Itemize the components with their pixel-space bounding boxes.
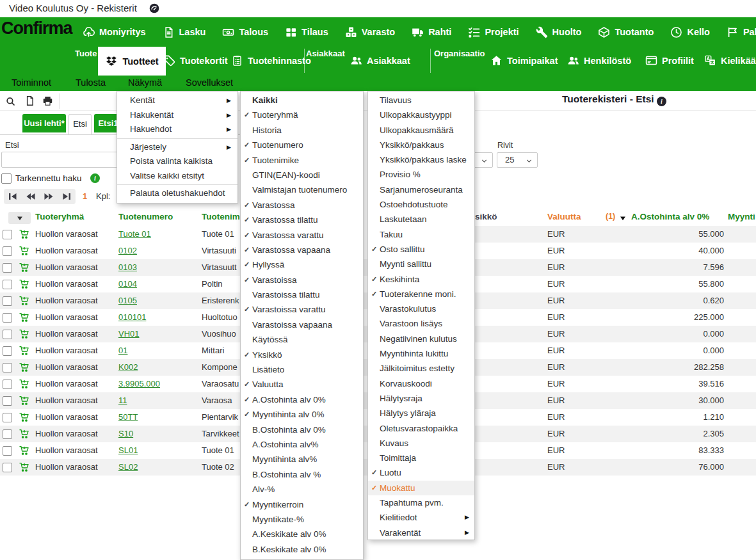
sort-caret-icon[interactable] [620,216,626,221]
nav-varasto[interactable]: Varasto [337,26,403,38]
cart-plus-icon[interactable] [19,346,29,356]
row-checkbox[interactable] [3,230,12,239]
menu-item-palauta-oletushakuehdot[interactable]: Palauta oletushakuehdot [117,186,237,201]
menu-item-kent-t[interactable]: Kentät▶ [117,93,237,108]
row-checkbox[interactable] [3,446,12,456]
cart-plus-icon[interactable] [19,296,29,306]
field-item-yksikk[interactable]: ✓Yksikkö [241,348,363,362]
field-item-myynti-sallittu[interactable]: Myynti sallittu [368,257,474,271]
field-item-a-keskikate-alv-0[interactable]: A.Keskikate alv 0% [241,527,363,541]
product-number-link[interactable]: 0102 [118,243,137,259]
field-item-keskihinta[interactable]: ✓Keskihinta [368,272,474,287]
nav-tuotekortit[interactable]: Tuotekortit [163,54,228,67]
field-item-a-ostohinta-alv-0[interactable]: ✓A.Ostohinta alv 0% [241,392,363,407]
field-item-varastossa-varattu[interactable]: ✓Varastossa varattu [241,228,363,243]
field-item-sarjanumeroseuranta[interactable]: Sarjanumeroseuranta [368,182,474,197]
col-header-valuutta[interactable]: Valuutta [547,212,581,221]
nav-henkil-st[interactable]: Henkilöstö [567,54,631,67]
field-item-myyntihinta-alv-0[interactable]: ✓Myyntihinta alv 0% [241,407,363,422]
field-item-h-lytysraja[interactable]: Hälytysraja [368,391,474,406]
nav-tuotteet-active[interactable]: Tuotteet [98,47,166,76]
field-item-varastossa-tilattu[interactable]: ✓Varastossa tilattu [241,212,363,227]
field-item-yksikk-pakkaus[interactable]: Yksikkö/pakkaus [368,138,474,152]
field-item-b-keskikate-alv-0[interactable]: B.Keskikate alv 0% [241,542,363,557]
menu-item-j-rjestely[interactable]: Järjestely▶ [117,140,237,155]
field-item-laskutetaan[interactable]: Laskutetaan [368,212,474,227]
field-item-myyntikerroin[interactable]: ✓Myyntikerroin [241,497,363,512]
field-item-lis-tieto[interactable]: Lisätieto [241,362,363,377]
field-item-hyllyss[interactable]: ✓Hyllyssä [241,257,363,272]
field-item-tuoterakenne-moni[interactable]: ✓Tuoterakenne moni. [368,287,474,301]
search-icon[interactable] [5,96,16,107]
col-header-yksikko[interactable]: sikkö [475,212,497,221]
field-item-korvauskoodi[interactable]: Korvauskoodi [368,376,474,391]
field-item-kuvaus[interactable]: Kuvaus [368,436,474,451]
field-item-varastokulutus[interactable]: Varastokulutus [368,301,474,316]
field-item-tuotenimike[interactable]: ✓Tuotenimike [241,153,363,168]
cart-plus-icon[interactable] [19,412,29,422]
product-number-link[interactable]: 0103 [118,259,137,276]
field-item-takuu[interactable]: Takuu [368,227,474,242]
cart-plus-icon[interactable] [19,445,29,456]
product-number-link[interactable]: 0104 [118,276,137,292]
rows-per-page-select[interactable]: 25 [497,152,538,168]
field-item-ulkopakkausm-r[interactable]: Ulkopakkausmäärä [368,123,474,138]
row-checkbox[interactable] [3,296,12,306]
field-item-ostoehdotustuote[interactable]: Ostoehdotustuote [368,197,474,212]
row-checkbox[interactable] [3,313,12,323]
nav-rahti[interactable]: Rahti [403,26,460,38]
field-item-varastoissa-tilattu[interactable]: Varastoissa tilattu [241,287,363,302]
field-item-b-ostohinta-alv-0[interactable]: B.Ostohinta alv 0% [241,422,363,437]
nav-profiilit[interactable]: Profiilit [645,54,694,67]
field-item-h-lytys-yl-raja[interactable]: Hälytys yläraja [368,406,474,420]
cart-plus-icon[interactable] [19,279,29,289]
field-item-tuoteryhm[interactable]: ✓Tuoteryhmä [241,108,363,122]
cart-plus-icon[interactable] [19,362,29,372]
field-item-historia[interactable]: Historia [241,123,363,138]
field-item-myyntikate[interactable]: Myyntikate-% [241,512,363,527]
product-number-link[interactable]: SL01 [118,442,138,459]
nav-tuotehinnasto[interactable]: Tuotehinnasto [231,54,311,67]
nav-huolto[interactable]: Huolto [527,26,590,38]
info-icon[interactable]: i [657,97,666,106]
field-item-gtin-ean-koodi[interactable]: GTIN(EAN)-koodi [241,168,363,182]
cart-plus-icon[interactable] [19,396,29,406]
field-item-myyntihinta-lukittu[interactable]: Myyntihinta lukittu [368,346,474,361]
tab-uusi-lehti[interactable]: Uusi lehti* [22,114,66,132]
search-input[interactable] [1,152,127,168]
menu-item-poista-valinta-kaikista[interactable]: Poista valinta kaikista [117,154,237,169]
row-checkbox[interactable] [3,413,12,422]
row-checkbox[interactable] [3,263,12,273]
nav-tuotanto[interactable]: Tuotanto [590,26,662,38]
col-header-tuoteryhma[interactable]: Tuoteryhmä [35,212,84,221]
cart-plus-icon[interactable] [19,462,29,472]
product-number-link[interactable]: 3.9905.000 [118,376,160,392]
row-checkbox[interactable] [3,463,12,472]
col-header-tuotenimike[interactable]: Tuotenim [202,212,240,221]
product-number-link[interactable]: 01 [118,342,127,359]
field-item-varastoissa[interactable]: ✓Varastoissa [241,273,363,287]
field-item-k-yt-ss[interactable]: Käytössä [241,332,363,347]
field-item-varastossa[interactable]: ✓Varastossa [241,198,363,212]
row-checkbox[interactable] [3,396,12,406]
product-number-link[interactable]: 010101 [118,309,146,326]
field-item-tuotenumero[interactable]: ✓Tuotenumero [241,138,363,152]
field-item-kaikki[interactable]: Kaikki [241,93,363,108]
field-item-osto-sallittu[interactable]: ✓Osto sallittu [368,242,474,257]
product-number-link[interactable]: K002 [118,359,138,376]
menubar-n-kym[interactable]: Näkymä [128,77,162,88]
menubar-sovellukset[interactable]: Sovellukset [186,77,233,88]
menu-item-hakuehdot[interactable]: Hakuehdot▶ [117,122,237,137]
tab-etsi[interactable]: Etsi [68,114,92,134]
col-header-tuotenumero[interactable]: Tuotenumero [118,212,173,221]
sort-order-badge[interactable]: (1) [606,212,615,221]
nav-kello[interactable]: Kello [662,26,718,38]
last-page-button[interactable] [62,193,71,200]
cart-plus-icon[interactable] [19,329,29,339]
first-page-button[interactable] [8,193,17,200]
menu-item-valitse-kaikki-etsityt[interactable]: Valitse kaikki etsityt [117,169,237,184]
field-item-varastoon-lis-ys[interactable]: Varastoon lisäys [368,316,474,331]
previous-page-button[interactable] [26,193,35,200]
field-item-j-lkitoimitus-estetty[interactable]: Jälkitoimitus estetty [368,361,474,376]
product-number-link[interactable]: SL02 [118,459,138,476]
